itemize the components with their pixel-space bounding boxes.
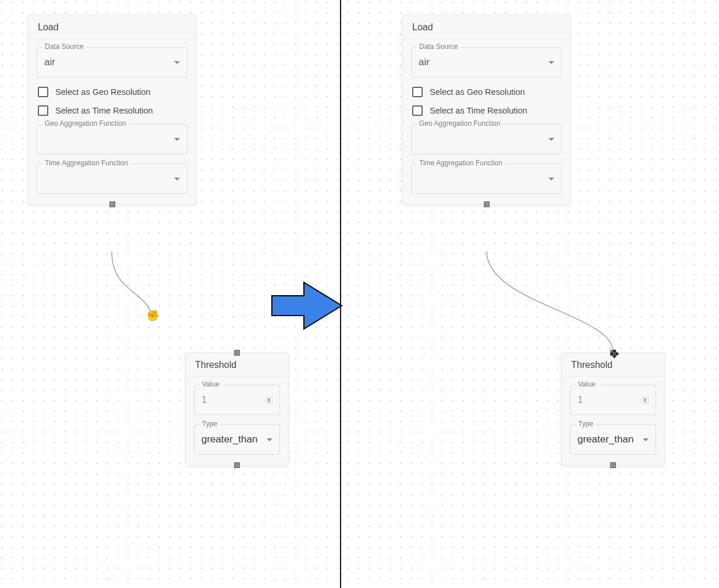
field-label: Value [576,380,598,388]
value-field: Value 1 [570,385,656,415]
output-port[interactable] [234,462,240,468]
data-source-select[interactable]: air [411,47,562,77]
chevron-down-icon [548,61,554,64]
data-source-select[interactable]: air [37,47,187,77]
time-agg-select[interactable] [37,164,187,194]
chevron-down-icon [643,438,649,441]
checkbox-icon [38,87,48,97]
number-spinner-icon[interactable] [642,397,649,403]
node-title: Threshold [562,353,664,377]
field-label: Time Aggregation Function [417,159,505,167]
type-field: Type greater_than [570,424,656,455]
geo-agg-field: Geo Aggregation Function [411,124,562,154]
chevron-down-icon [174,178,180,180]
chevron-down-icon [548,178,554,180]
node-load-right[interactable]: Load Data Source air Select as Geo Resol… [402,15,571,205]
flow-canvas[interactable]: Load Data Source air Select as Geo Resol… [0,0,719,588]
time-agg-select[interactable] [411,164,562,194]
field-label: Type [576,420,596,428]
geo-agg-field: Geo Aggregation Function [37,124,187,154]
geo-resolution-checkbox[interactable]: Select as Geo Resolution [412,87,561,97]
type-field: Type greater_than [194,424,280,455]
input-port[interactable] [234,350,240,356]
field-label: Type [200,420,219,428]
edge-right-connected [487,252,613,352]
field-label: Time Aggregation Function [42,159,130,167]
number-spinner-icon[interactable] [265,397,272,403]
node-threshold-left[interactable]: Threshold Value 1 Type greater_than [185,352,289,466]
data-source-field: Data Source air [411,47,562,77]
time-resolution-checkbox[interactable]: Select as Time Resolution [38,105,186,116]
node-load-left[interactable]: Load Data Source air Select as Geo Resol… [28,15,196,205]
chevron-down-icon [174,138,180,141]
value-input[interactable]: 1 [194,385,280,415]
chevron-down-icon [174,61,180,64]
node-title: Threshold [186,353,288,377]
node-threshold-right[interactable]: Threshold Value 1 Type greater_than [561,352,665,466]
value-input[interactable]: 1 [570,385,656,415]
node-title: Load [403,15,570,39]
time-agg-field: Time Aggregation Function [411,164,562,194]
time-agg-field: Time Aggregation Function [37,164,187,194]
field-label: Geo Aggregation Function [417,119,502,127]
time-resolution-checkbox[interactable]: Select as Time Resolution [412,105,561,116]
checkbox-icon [38,105,48,116]
checkbox-label: Select as Geo Resolution [430,87,525,97]
type-select[interactable]: greater_than [570,424,656,455]
geo-agg-select[interactable] [411,124,562,154]
checkbox-label: Select as Time Resolution [55,106,153,115]
geo-agg-select[interactable] [37,124,187,154]
chevron-down-icon [548,138,554,141]
output-port[interactable] [484,201,490,207]
node-title: Load [29,15,196,39]
arrow-right-icon [269,279,345,332]
value-field: Value 1 [194,385,280,415]
chevron-down-icon [267,438,272,441]
output-port[interactable] [109,201,115,207]
type-select[interactable]: greater_than [194,424,280,455]
grab-cursor-icon: ✊ [146,309,159,322]
checkbox-icon [412,87,423,97]
edge-left-partial [112,252,151,314]
field-label: Geo Aggregation Function [42,119,128,127]
data-source-field: Data Source air [37,47,187,77]
field-label: Data Source [417,42,461,51]
checkbox-label: Select as Time Resolution [430,106,527,115]
checkbox-label: Select as Geo Resolution [55,87,151,97]
field-label: Value [200,380,222,388]
output-port[interactable] [610,462,616,468]
geo-resolution-checkbox[interactable]: Select as Geo Resolution [38,87,186,97]
field-label: Data Source [42,42,86,51]
input-port[interactable] [610,350,616,356]
checkbox-icon [412,105,423,116]
